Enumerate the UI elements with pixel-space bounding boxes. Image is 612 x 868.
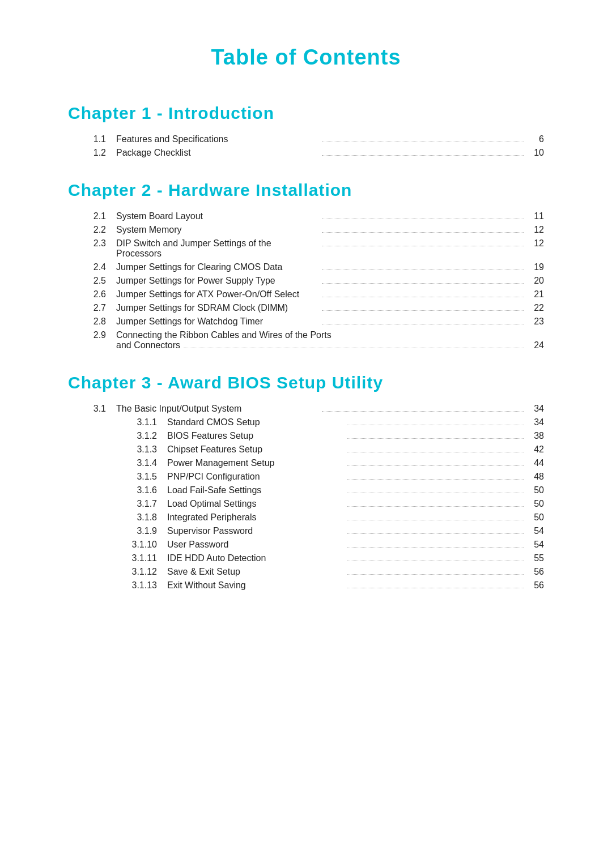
toc-dots [347, 438, 524, 439]
toc-dots [347, 465, 524, 466]
toc-number: 3.1.3 [116, 444, 167, 455]
toc-entry-3-1-11: 3.1.11 IDE HDD Auto Detection 55 [116, 553, 544, 563]
toc-label: Load Optimal Settings [167, 499, 344, 509]
toc-label: PNP/PCI Configuration [167, 472, 344, 482]
toc-dots [322, 142, 524, 142]
toc-dots [347, 547, 524, 548]
toc-number: 1.1 [85, 134, 116, 144]
chapter-2-heading: Chapter 2 - Hardware Installation [68, 181, 544, 200]
toc-label-multiline: Connecting the Ribbon Cables and Wires o… [116, 330, 544, 350]
toc-number: 3.1.6 [116, 485, 167, 495]
toc-label: System Board Layout [116, 211, 318, 221]
toc-dots [347, 493, 524, 493]
toc-entry-2-9: 2.9 Connecting the Ribbon Cables and Wir… [85, 330, 544, 350]
chapter-3-section: Chapter 3 - Award BIOS Setup Utility 3.1… [68, 373, 544, 591]
toc-number: 2.6 [85, 289, 116, 300]
toc-entry-3-1-13: 3.1.13 Exit Without Saving 56 [116, 580, 544, 591]
toc-number: 3.1.11 [116, 553, 167, 563]
toc-page: 38 [527, 431, 544, 441]
toc-entry-3-1-9: 3.1.9 Supervisor Password 54 [116, 526, 544, 536]
toc-entry-2-4: 2.4 Jumper Settings for Clearing CMOS Da… [85, 262, 544, 272]
toc-label: System Memory [116, 225, 318, 235]
toc-dots [322, 219, 524, 219]
toc-entry-3-1: 3.1 The Basic Input/Output System 34 [85, 404, 544, 414]
toc-number: 3.1.8 [116, 512, 167, 523]
toc-entry-3-1-4: 3.1.4 Power Management Setup 44 [116, 458, 544, 468]
toc-dots [322, 270, 524, 270]
toc-dots [322, 283, 524, 284]
toc-number: 2.2 [85, 225, 116, 235]
toc-page: 12 [527, 238, 544, 249]
chapter-3-heading: Chapter 3 - Award BIOS Setup Utility [68, 373, 544, 392]
toc-label: Supervisor Password [167, 526, 344, 536]
toc-label: Jumper Settings for Clearing CMOS Data [116, 262, 318, 272]
toc-page: 54 [527, 540, 544, 550]
toc-entry-2-2: 2.2 System Memory 12 [85, 225, 544, 235]
toc-number: 3.1 [85, 404, 116, 414]
toc-dots [347, 561, 524, 561]
toc-page: 50 [527, 499, 544, 509]
toc-number: 2.5 [85, 276, 116, 286]
toc-dots [322, 297, 524, 297]
toc-page: 56 [527, 580, 544, 591]
toc-dots [347, 506, 524, 507]
toc-label: BIOS Features Setup [167, 431, 344, 441]
toc-label: IDE HDD Auto Detection [167, 553, 344, 563]
toc-entry-2-8: 2.8 Jumper Settings for Watchdog Timer 2… [85, 317, 544, 327]
page-title: Table of Contents [68, 45, 544, 70]
toc-entry-2-3: 2.3 DIP Switch and Jumper Settings of th… [85, 238, 544, 259]
toc-dots [347, 533, 524, 534]
toc-number: 3.1.7 [116, 499, 167, 509]
toc-page: 48 [527, 472, 544, 482]
toc-label: Save & Exit Setup [167, 567, 344, 577]
toc-page: 56 [527, 567, 544, 577]
chapter-2-section: Chapter 2 - Hardware Installation 2.1 Sy… [68, 181, 544, 350]
toc-entry-3-1-6: 3.1.6 Load Fail-Safe Settings 50 [116, 485, 544, 495]
toc-number: 2.7 [85, 303, 116, 313]
toc-page: 23 [527, 317, 544, 327]
toc-page: 50 [527, 485, 544, 495]
toc-dots [322, 155, 524, 156]
toc-page: 20 [527, 276, 544, 286]
toc-page: 22 [527, 303, 544, 313]
toc-label: Load Fail-Safe Settings [167, 485, 344, 495]
toc-page: 34 [527, 417, 544, 427]
toc-entry-2-5: 2.5 Jumper Settings for Power Supply Typ… [85, 276, 544, 286]
toc-number: 3.1.9 [116, 526, 167, 536]
chapter-3-subentries: 3.1.1 Standard CMOS Setup 34 3.1.2 BIOS … [85, 417, 544, 591]
toc-dots [322, 324, 524, 324]
toc-label: DIP Switch and Jumper Settings of the Pr… [116, 238, 318, 259]
toc-number: 3.1.13 [116, 580, 167, 591]
toc-page: 19 [527, 262, 544, 272]
toc-label: Jumper Settings for Power Supply Type [116, 276, 318, 286]
toc-number: 2.8 [85, 317, 116, 327]
toc-entry-3-1-7: 3.1.7 Load Optimal Settings 50 [116, 499, 544, 509]
chapter-1-entries: 1.1 Features and Specifications 6 1.2 Pa… [85, 134, 544, 158]
toc-label: Jumper Settings for ATX Power-On/Off Sel… [116, 289, 318, 300]
toc-entry-2-1: 2.1 System Board Layout 11 [85, 211, 544, 221]
chapter-2-entries: 2.1 System Board Layout 11 2.2 System Me… [85, 211, 544, 350]
toc-number: 2.9 [85, 330, 116, 340]
toc-entry-2-7: 2.7 Jumper Settings for SDRAM Clock (DIM… [85, 303, 544, 313]
toc-dots [347, 425, 524, 425]
toc-entry-3-1-2: 3.1.2 BIOS Features Setup 38 [116, 431, 544, 441]
toc-entry-3-1-12: 3.1.12 Save & Exit Setup 56 [116, 567, 544, 577]
toc-number: 3.1.5 [116, 472, 167, 482]
toc-page: 11 [527, 211, 544, 221]
toc-page: 6 [527, 134, 544, 144]
toc-label-line1: Connecting the Ribbon Cables and Wires o… [116, 330, 332, 340]
toc-number: 2.1 [85, 211, 116, 221]
toc-dots [347, 520, 524, 520]
toc-entry-3-1-8: 3.1.8 Integrated Peripherals 50 [116, 512, 544, 523]
toc-page: 50 [527, 512, 544, 523]
toc-entry-1-2: 1.2 Package Checklist 10 [85, 148, 544, 158]
toc-page: 10 [527, 148, 544, 158]
toc-label-line2: and Connectors [116, 340, 180, 350]
toc-entry-2-6: 2.6 Jumper Settings for ATX Power-On/Off… [85, 289, 544, 300]
toc-dots [322, 232, 524, 233]
toc-number: 3.1.10 [116, 540, 167, 550]
toc-page: 21 [527, 289, 544, 300]
toc-number: 3.1.4 [116, 458, 167, 468]
toc-entry-3-1-10: 3.1.10 User Password 54 [116, 540, 544, 550]
toc-dots [347, 588, 524, 588]
